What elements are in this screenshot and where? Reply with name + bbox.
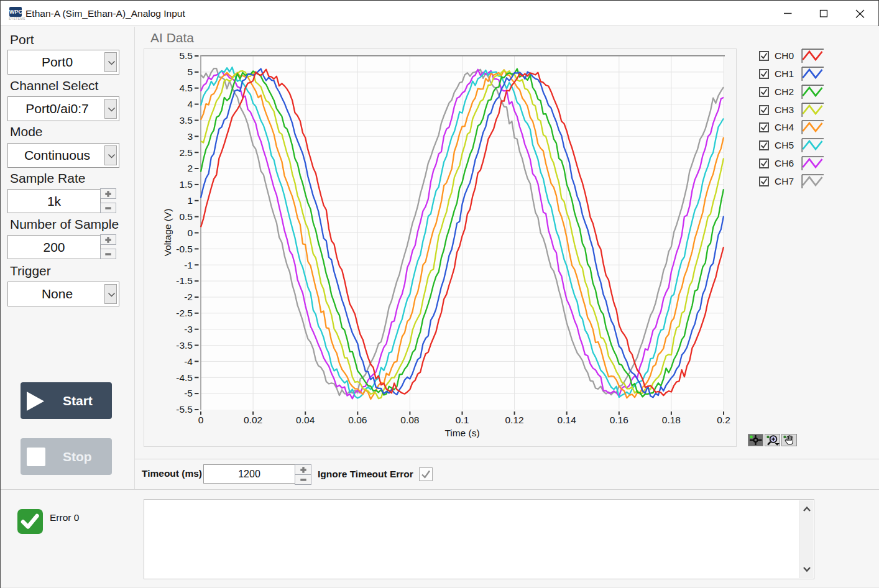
svg-text:4.5: 4.5	[179, 83, 193, 93]
svg-text:3: 3	[187, 131, 193, 142]
svg-text:0.1: 0.1	[456, 415, 469, 425]
svg-text:0: 0	[198, 415, 204, 425]
svg-text:3.5: 3.5	[179, 115, 193, 126]
svg-text:0.02: 0.02	[244, 415, 262, 425]
svg-text:0.08: 0.08	[400, 415, 419, 425]
svg-text:Voltage (V): Voltage (V)	[162, 209, 173, 257]
svg-text:-3.5: -3.5	[176, 340, 193, 351]
svg-text:1: 1	[187, 195, 193, 206]
svg-text:5: 5	[187, 67, 193, 77]
svg-text:Time (s): Time (s)	[444, 428, 479, 438]
svg-text:0.18: 0.18	[662, 415, 681, 425]
svg-text:0.16: 0.16	[610, 415, 628, 425]
svg-text:-2: -2	[184, 292, 193, 302]
svg-text:4: 4	[187, 99, 193, 109]
svg-text:-5: -5	[184, 388, 193, 398]
svg-text:-2.5: -2.5	[176, 308, 193, 318]
svg-text:0.2: 0.2	[717, 415, 730, 425]
svg-text:2.5: 2.5	[179, 147, 193, 158]
svg-text:0: 0	[187, 227, 193, 238]
svg-text:1.5: 1.5	[179, 179, 193, 190]
svg-text:0.04: 0.04	[296, 415, 315, 425]
svg-text:-5.5: -5.5	[176, 404, 193, 415]
svg-text:-4: -4	[184, 356, 193, 367]
svg-text:0.06: 0.06	[348, 415, 367, 425]
svg-text:-4.5: -4.5	[176, 372, 193, 383]
svg-text:0.5: 0.5	[179, 211, 193, 222]
svg-text:2: 2	[187, 163, 193, 173]
svg-text:-1: -1	[184, 260, 193, 270]
svg-text:-3: -3	[184, 324, 193, 334]
svg-text:-0.5: -0.5	[176, 244, 193, 254]
svg-text:0.14: 0.14	[558, 415, 577, 425]
svg-text:0.12: 0.12	[505, 415, 524, 425]
svg-text:-1.5: -1.5	[176, 275, 193, 286]
svg-text:5.5: 5.5	[179, 50, 193, 61]
